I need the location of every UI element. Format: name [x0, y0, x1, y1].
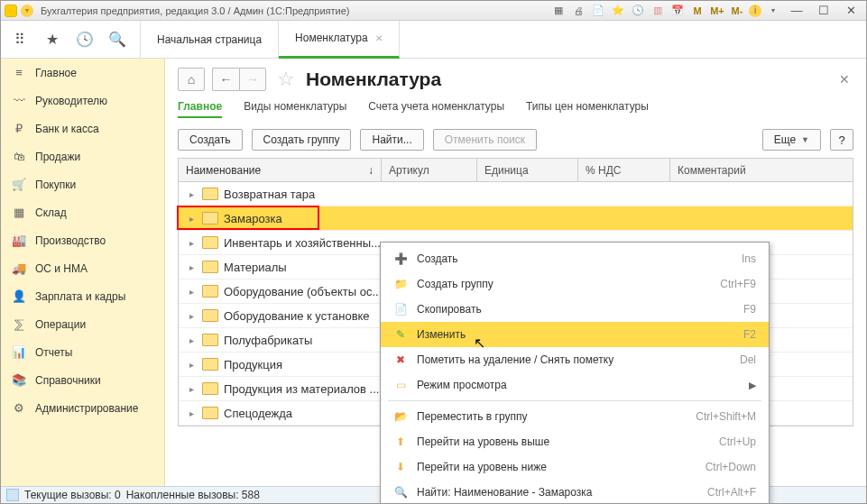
sidebar-label: Главное: [35, 67, 77, 79]
menu-shortcut: Ctrl+Shift+M: [696, 410, 756, 423]
close-button[interactable]: ✕: [839, 3, 862, 19]
tb-info-icon[interactable]: i: [749, 5, 761, 17]
expand-icon[interactable]: ▸: [179, 408, 197, 418]
create-group-button[interactable]: Создать группу: [252, 129, 352, 151]
menu-icon: ➕: [393, 252, 408, 266]
tb-dd[interactable]: ▾: [765, 4, 781, 18]
sidebar-item[interactable]: ⅀Операции: [1, 310, 164, 338]
tb-icon[interactable]: ▥: [650, 4, 666, 18]
close-icon[interactable]: ✕: [375, 33, 383, 43]
star-icon[interactable]: ★: [39, 26, 66, 53]
sidebar-item[interactable]: 〰Руководителю: [1, 87, 164, 115]
forward-button[interactable]: →: [239, 68, 266, 91]
subtab-types[interactable]: Виды номенклатуры: [244, 100, 346, 118]
tb-icon[interactable]: 🖨: [570, 4, 586, 18]
context-menu: ➕СоздатьIns📁Создать группуCtrl+F9📄Скопир…: [380, 242, 770, 504]
status-accumulated: Накопленные вызовы: 588: [126, 489, 260, 501]
menu-item[interactable]: ▭Режим просмотра▶: [381, 372, 769, 398]
sidebar-label: Зарплата и кадры: [35, 290, 125, 303]
tab-home[interactable]: Начальная страница: [140, 21, 279, 59]
expand-icon[interactable]: ▸: [179, 287, 197, 297]
sub-tabs: Главное Виды номенклатуры Счета учета но…: [178, 100, 853, 118]
sidebar-item[interactable]: 🛍Продажи: [1, 142, 164, 170]
maximize-button[interactable]: ☐: [812, 3, 835, 19]
expand-icon[interactable]: ▸: [179, 238, 197, 248]
menu-shortcut: F2: [743, 328, 756, 341]
sidebar-item[interactable]: ⚙Администрирование: [1, 394, 164, 422]
col-article[interactable]: Артикул: [382, 159, 477, 181]
panel-close-icon[interactable]: ✕: [839, 72, 853, 87]
sidebar-item[interactable]: 👤Зарплата и кадры: [1, 282, 164, 310]
tb-icon[interactable]: ⭐: [610, 4, 626, 18]
expand-icon[interactable]: ▸: [179, 189, 197, 199]
table-row[interactable]: ▸Замарозка: [179, 206, 853, 231]
expand-icon[interactable]: ▸: [179, 214, 197, 224]
menu-item[interactable]: 📂Переместить в группуCtrl+Shift+M: [381, 404, 769, 429]
menu-shortcut: Ctrl+Alt+F: [707, 486, 756, 499]
sidebar-item[interactable]: ₽Банк и касса: [1, 115, 164, 142]
sidebar-icon: 👤: [12, 289, 26, 303]
favorite-icon[interactable]: ☆: [277, 68, 295, 91]
menu-item[interactable]: ✎ИзменитьF2: [381, 322, 769, 347]
sidebar-item[interactable]: ▦Склад: [1, 198, 164, 226]
sidebar-item[interactable]: 🏭Производство: [1, 226, 164, 254]
minimize-button[interactable]: —: [785, 3, 808, 19]
title-bar: ▾ Бухгалтерия предприятия, редакция 3.0 …: [1, 1, 866, 21]
tb-mplus[interactable]: M+: [709, 4, 725, 18]
sidebar-item[interactable]: 🚚ОС и НМА: [1, 254, 164, 282]
page-title: Номенклатура: [306, 69, 441, 90]
col-comment[interactable]: Комментарий: [670, 159, 853, 181]
menu-label: Найти: Наименование - Замарозка: [417, 486, 698, 499]
menu-shortcut: F9: [743, 303, 756, 316]
row-name: Материалы: [224, 261, 287, 274]
menu-item[interactable]: 📄СкопироватьF9: [381, 297, 769, 322]
sidebar-label: Банк и касса: [35, 123, 99, 135]
menu-icon: ✖: [393, 353, 408, 367]
home-button[interactable]: ⌂: [178, 68, 205, 91]
table-row[interactable]: ▸Возвратная тара: [179, 182, 853, 206]
expand-icon[interactable]: ▸: [179, 311, 197, 321]
col-vat[interactable]: % НДС: [578, 159, 670, 181]
tab-nomenclature[interactable]: Номенклатура✕: [279, 21, 400, 59]
back-button[interactable]: ←: [212, 68, 239, 91]
history-icon[interactable]: 🕓: [71, 26, 98, 53]
expand-icon[interactable]: ▸: [179, 384, 197, 394]
expand-icon[interactable]: ▸: [179, 335, 197, 345]
menu-label: Перейти на уровень выше: [417, 435, 710, 448]
tb-icon[interactable]: ▦: [550, 4, 567, 18]
more-button[interactable]: Еще▼: [762, 129, 821, 151]
sidebar-item[interactable]: 📚Справочники: [1, 366, 164, 394]
subtab-accounts[interactable]: Счета учета номенклатуры: [368, 100, 504, 118]
search-icon[interactable]: 🔍: [104, 26, 131, 53]
subtab-price-types[interactable]: Типы цен номенклатуры: [526, 100, 649, 118]
tb-icon[interactable]: 🕓: [630, 4, 646, 18]
sidebar: ≡Главное〰Руководителю₽Банк и касса🛍Прода…: [1, 59, 165, 488]
tab-label: Номенклатура: [295, 32, 368, 44]
sidebar-item[interactable]: 🛒Покупки: [1, 170, 164, 198]
menu-item[interactable]: 🔍Найти: Наименование - ЗамарозкаCtrl+Alt…: [381, 480, 769, 504]
menu-item[interactable]: ⬆Перейти на уровень вышеCtrl+Up: [381, 429, 769, 454]
subtab-main[interactable]: Главное: [178, 100, 222, 118]
window-title: Бухгалтерия предприятия, редакция 3.0 / …: [37, 5, 547, 16]
app-menu-dropdown[interactable]: ▾: [21, 5, 33, 17]
col-name[interactable]: Наименование↓: [179, 159, 382, 181]
tb-icon[interactable]: 📅: [669, 4, 686, 18]
find-button[interactable]: Найти...: [360, 129, 423, 151]
col-unit[interactable]: Единица: [477, 159, 578, 181]
menu-item[interactable]: 📁Создать группуCtrl+F9: [381, 271, 769, 297]
expand-icon[interactable]: ▸: [179, 262, 197, 272]
help-button[interactable]: ?: [830, 129, 853, 151]
sidebar-label: Склад: [35, 206, 67, 219]
sidebar-item[interactable]: ≡Главное: [1, 59, 164, 87]
create-button[interactable]: Создать: [178, 129, 243, 151]
menu-item[interactable]: ➕СоздатьIns: [381, 246, 769, 271]
tb-mminus[interactable]: M-: [729, 4, 745, 18]
menu-item[interactable]: ✖Пометить на удаление / Снять пометкуDel: [381, 347, 769, 372]
cancel-search-button[interactable]: Отменить поиск: [433, 129, 537, 151]
apps-icon[interactable]: ⠿: [6, 26, 33, 53]
tb-m[interactable]: M: [689, 4, 706, 18]
sidebar-item[interactable]: 📊Отчеты: [1, 338, 164, 366]
expand-icon[interactable]: ▸: [179, 360, 197, 370]
tb-icon[interactable]: 📄: [590, 4, 606, 18]
menu-item[interactable]: ⬇Перейти на уровень нижеCtrl+Down: [381, 454, 769, 480]
